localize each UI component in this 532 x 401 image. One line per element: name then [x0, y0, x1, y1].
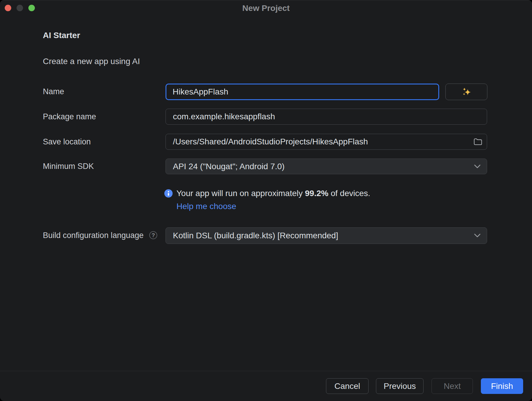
- ai-generate-button[interactable]: [445, 84, 487, 100]
- window-title: New Project: [0, 3, 532, 14]
- footer-separator: [0, 371, 532, 371]
- package-name-input[interactable]: [166, 109, 487, 125]
- build-config-label: Build configuration language: [43, 231, 144, 240]
- help-question-icon[interactable]: ?: [149, 231, 157, 239]
- info-icon: [164, 189, 173, 198]
- new-project-dialog: New Project AI Starter Create a new app …: [0, 0, 532, 401]
- build-config-dropdown[interactable]: Kotlin DSL (build.gradle.kts) [Recommend…: [166, 227, 487, 244]
- title-bar: New Project: [0, 0, 532, 17]
- cancel-button[interactable]: Cancel: [326, 378, 369, 394]
- next-button[interactable]: Next: [432, 378, 473, 394]
- browse-folder-button[interactable]: [473, 138, 483, 146]
- save-location-field: [166, 134, 487, 150]
- chevron-down-icon: [474, 164, 481, 169]
- previous-button[interactable]: Previous: [376, 378, 424, 394]
- package-name-label: Package name: [43, 112, 96, 121]
- sparkles-icon: [460, 86, 472, 98]
- sdk-coverage-text: Your app will run on approximately 99.2%…: [176, 188, 370, 198]
- minimum-sdk-label: Minimum SDK: [43, 162, 94, 171]
- name-label: Name: [43, 87, 64, 96]
- folder-icon: [473, 138, 482, 146]
- save-location-input[interactable]: [166, 134, 487, 150]
- finish-button[interactable]: Finish: [481, 378, 523, 394]
- help-me-choose-link[interactable]: Help me choose: [176, 201, 236, 211]
- name-input[interactable]: [166, 84, 439, 100]
- page-subtitle: Create a new app using AI: [43, 57, 140, 66]
- minimum-sdk-dropdown[interactable]: API 24 ("Nougat"; Android 7.0): [166, 159, 487, 174]
- save-location-label: Save location: [43, 137, 91, 146]
- minimum-sdk-value: API 24 ("Nougat"; Android 7.0): [173, 162, 285, 171]
- chevron-down-icon: [474, 234, 481, 238]
- sdk-coverage-percent: 99.2%: [305, 189, 328, 198]
- page-title: AI Starter: [43, 31, 80, 40]
- build-config-value: Kotlin DSL (build.gradle.kts) [Recommend…: [173, 231, 338, 240]
